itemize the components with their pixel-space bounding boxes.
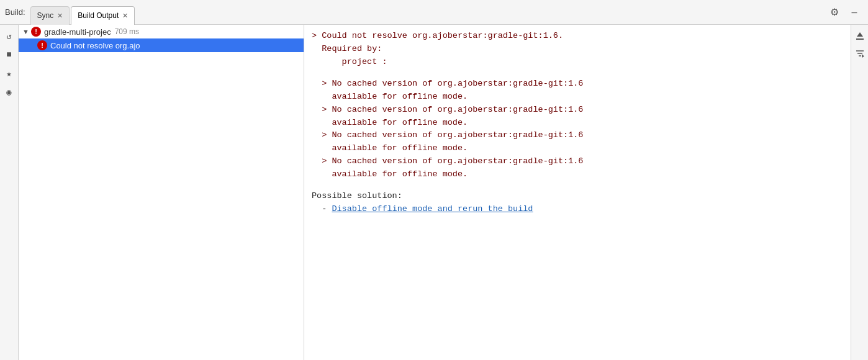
filter-icon[interactable] <box>852 46 867 61</box>
output-line-2: Required by: <box>312 43 843 56</box>
tab-bar-actions: ⚙ – <box>826 4 863 21</box>
tab-sync-label: Sync <box>37 11 54 20</box>
output-line-11: available for offline mode. <box>312 168 843 181</box>
tree-item-resolve-label: Could not resolve org.ajo <box>50 41 140 50</box>
output-line-possible: Possible solution: <box>312 190 843 203</box>
disable-offline-link[interactable]: Disable offline mode and rerun the build <box>332 204 533 214</box>
output-panel: > Could not resolve org.ajoberstar:gradl… <box>304 25 851 360</box>
eye-icon[interactable]: ◉ <box>2 84 17 99</box>
tab-sync[interactable]: Sync ✕ <box>30 6 70 25</box>
error-icon-resolve: ! <box>37 40 47 50</box>
tree-item-gradle-time: 709 ms <box>115 27 139 36</box>
tree-panel: ▼ ! gradle-multi-projec 709 ms ! Could n… <box>19 25 304 360</box>
output-blank-2 <box>312 181 843 190</box>
output-line-7: available for offline mode. <box>312 117 843 130</box>
right-actions <box>851 25 868 360</box>
svg-marker-1 <box>857 32 863 37</box>
scroll-to-end-icon[interactable] <box>852 29 867 43</box>
tree-item-gradle[interactable]: ▼ ! gradle-multi-projec 709 ms <box>19 25 304 38</box>
output-line-solution: - Disable offline mode and rerun the bui… <box>312 203 843 216</box>
output-blank-1 <box>312 69 843 78</box>
output-line-10: > No cached version of org.ajoberstar:gr… <box>312 155 843 168</box>
sidebar-icons: ↺ ■ ★ ◉ <box>0 25 19 360</box>
tab-bar: Build: Sync ✕ Build Output ✕ ⚙ – <box>0 0 868 25</box>
tab-build-output[interactable]: Build Output ✕ <box>71 6 135 25</box>
pin-icon[interactable]: ★ <box>2 66 17 81</box>
output-line-6: > No cached version of org.ajoberstar:gr… <box>312 104 843 117</box>
output-line-3: project : <box>312 56 843 69</box>
tree-item-resolve-error[interactable]: ! Could not resolve org.ajo <box>19 38 304 52</box>
tree-expand-arrow: ▼ <box>22 28 31 35</box>
stop-icon[interactable]: ■ <box>2 47 17 62</box>
minimize-button[interactable]: – <box>846 4 863 21</box>
main-content: ↺ ■ ★ ◉ ▼ ! gradle-multi-projec 709 ms !… <box>0 25 868 360</box>
tab-sync-close[interactable]: ✕ <box>57 12 63 19</box>
output-line-8: > No cached version of org.ajoberstar:gr… <box>312 129 843 142</box>
tree-item-gradle-label: gradle-multi-projec <box>44 27 111 37</box>
output-line-1: > Could not resolve org.ajoberstar:gradl… <box>312 30 843 43</box>
refresh-icon[interactable]: ↺ <box>2 29 17 43</box>
build-label: Build: <box>5 7 25 17</box>
error-icon-gradle: ! <box>31 27 41 37</box>
settings-button[interactable]: ⚙ <box>826 4 843 21</box>
output-line-4: > No cached version of org.ajoberstar:gr… <box>312 78 843 91</box>
output-line-5: available for offline mode. <box>312 91 843 104</box>
tab-build-output-label: Build Output <box>78 11 119 20</box>
tab-build-output-close[interactable]: ✕ <box>122 12 128 19</box>
svg-rect-0 <box>856 38 864 40</box>
output-line-9: available for offline mode. <box>312 142 843 155</box>
